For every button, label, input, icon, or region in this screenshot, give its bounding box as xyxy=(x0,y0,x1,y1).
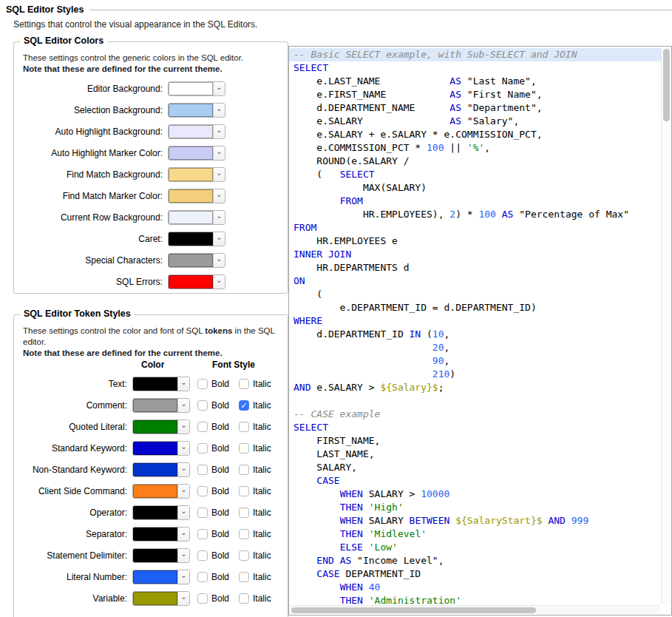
chevron-down-icon: ⌄ xyxy=(177,549,189,562)
color-swatch xyxy=(169,146,213,160)
setting-label: Statement Delimiter: xyxy=(23,550,132,561)
color-setting-row: Caret:⌄ xyxy=(23,228,280,249)
bold-checkbox[interactable] xyxy=(197,400,208,411)
color-dropdown[interactable]: ⌄ xyxy=(168,274,225,289)
chevron-down-icon: ⌄ xyxy=(213,125,225,138)
code-line: FIRST_NAME, xyxy=(289,434,661,448)
panel-subtitle: Settings that control the visual appeara… xyxy=(13,19,257,30)
chevron-down-icon: ⌄ xyxy=(177,485,189,498)
italic-checkbox[interactable] xyxy=(239,379,249,389)
colors-group-description: These settings control the generic color… xyxy=(23,53,280,64)
horizontal-scrollbar-thumb[interactable] xyxy=(291,607,536,613)
color-dropdown[interactable]: ⌄ xyxy=(168,103,225,118)
color-setting-row: Selection Background:⌄ xyxy=(23,99,280,121)
code-line: e.SALARY + e.SALARY * e.COMMISSION_PCT, xyxy=(289,128,661,141)
setting-label: Separator: xyxy=(23,529,132,539)
code-line: INNER JOIN xyxy=(289,248,661,261)
bold-checkbox[interactable] xyxy=(197,529,208,539)
bold-group: Bold xyxy=(197,508,229,518)
color-dropdown[interactable]: ⌄ xyxy=(132,398,190,413)
bold-checkbox[interactable] xyxy=(197,508,208,518)
italic-checkbox[interactable] xyxy=(239,443,249,454)
color-dropdown[interactable]: ⌄ xyxy=(132,570,190,584)
bold-label: Bold xyxy=(211,379,229,389)
horizontal-scrollbar[interactable] xyxy=(290,605,660,614)
bold-checkbox[interactable] xyxy=(197,422,208,432)
code-line: 90, xyxy=(289,354,661,368)
setting-label: Current Row Background: xyxy=(23,212,168,223)
italic-group: Italic xyxy=(239,572,271,582)
bold-checkbox[interactable] xyxy=(197,486,208,496)
color-dropdown[interactable]: ⌄ xyxy=(168,253,225,268)
code-line: HR.EMPLOYEES e xyxy=(289,235,661,248)
color-dropdown[interactable]: ⌄ xyxy=(168,232,225,246)
italic-checkbox[interactable] xyxy=(239,529,249,539)
color-dropdown[interactable]: ⌄ xyxy=(168,124,225,139)
code-line: THEN 'Administration' xyxy=(289,594,661,605)
color-setting-row: Auto Highlight Marker Color:⌄ xyxy=(23,142,280,163)
color-dropdown[interactable]: ⌄ xyxy=(168,210,225,225)
color-swatch xyxy=(133,506,177,519)
setting-label: Find Match Marker Color: xyxy=(23,191,168,201)
code-line: THEN 'High' xyxy=(289,501,661,514)
bold-label: Bold xyxy=(211,422,229,432)
colors-group-note: Note that these are defined for the curr… xyxy=(23,64,280,75)
color-dropdown[interactable]: ⌄ xyxy=(132,591,190,606)
italic-checkbox[interactable] xyxy=(239,572,249,582)
color-setting-row: Auto Highlight Background:⌄ xyxy=(23,121,280,142)
color-dropdown[interactable]: ⌄ xyxy=(132,441,190,456)
code-line: MAX(SALARY) xyxy=(289,181,661,195)
italic-group: Italic xyxy=(239,508,271,518)
italic-checkbox[interactable] xyxy=(239,550,249,561)
color-dropdown[interactable]: ⌄ xyxy=(132,377,190,391)
code-line: CASE xyxy=(289,474,661,488)
bold-group: Bold xyxy=(197,593,229,604)
vertical-scrollbar[interactable] xyxy=(661,47,671,604)
italic-label: Italic xyxy=(253,593,271,604)
chevron-down-icon: ⌄ xyxy=(213,168,225,181)
color-dropdown[interactable]: ⌄ xyxy=(132,548,190,563)
token-style-row: Standard Keyword:⌄BoldItalic xyxy=(23,437,280,459)
italic-checkbox[interactable] xyxy=(239,593,249,604)
italic-checkbox[interactable] xyxy=(239,508,249,518)
code-area[interactable]: -- Basic SELECT example, with Sub-SELECT… xyxy=(289,47,661,605)
italic-checkbox[interactable] xyxy=(239,465,249,475)
italic-checkbox[interactable] xyxy=(239,422,249,432)
color-swatch xyxy=(133,399,177,412)
color-dropdown[interactable]: ⌄ xyxy=(132,484,190,499)
color-dropdown[interactable]: ⌄ xyxy=(132,527,190,542)
color-swatch xyxy=(133,420,177,434)
color-dropdown[interactable]: ⌄ xyxy=(168,146,225,161)
code-line xyxy=(289,394,661,408)
token-style-row: Separator:⌄BoldItalic xyxy=(23,523,280,544)
color-dropdown[interactable]: ⌄ xyxy=(132,505,190,520)
italic-label: Italic xyxy=(253,529,271,539)
color-dropdown[interactable]: ⌄ xyxy=(168,189,225,203)
color-dropdown[interactable]: ⌄ xyxy=(168,167,225,182)
bold-checkbox[interactable] xyxy=(197,593,208,604)
panel-title-row: SQL Editor Styles xyxy=(6,4,672,15)
italic-checkbox[interactable] xyxy=(239,486,249,496)
bold-checkbox[interactable] xyxy=(197,465,208,475)
bold-label: Bold xyxy=(211,529,229,539)
bold-checkbox[interactable] xyxy=(197,379,208,389)
bold-checkbox[interactable] xyxy=(197,550,208,561)
italic-group: Italic xyxy=(239,593,271,604)
color-dropdown[interactable]: ⌄ xyxy=(132,462,190,477)
chevron-down-icon: ⌄ xyxy=(177,442,189,455)
color-dropdown[interactable]: ⌄ xyxy=(132,419,190,434)
sql-editor-colors-group: SQL Editor Colors These settings control… xyxy=(13,41,288,294)
chevron-down-icon: ⌄ xyxy=(177,527,189,541)
bold-group: Bold xyxy=(197,465,229,475)
bold-checkbox[interactable] xyxy=(197,572,208,582)
code-line: CASE DEPARTMENT_ID xyxy=(289,567,661,581)
italic-group: Italic xyxy=(239,422,271,432)
desc-text-bold: tokens xyxy=(205,326,232,335)
sql-preview-editor[interactable]: -- Basic SELECT example, with Sub-SELECT… xyxy=(288,46,672,616)
bold-checkbox[interactable] xyxy=(197,443,208,454)
italic-group: Italic xyxy=(239,550,271,561)
code-line: FROM xyxy=(289,221,661,235)
italic-checkbox[interactable]: ✓ xyxy=(239,400,249,411)
vertical-scrollbar-thumb[interactable] xyxy=(663,49,670,121)
color-dropdown[interactable]: ⌄ xyxy=(168,81,225,96)
